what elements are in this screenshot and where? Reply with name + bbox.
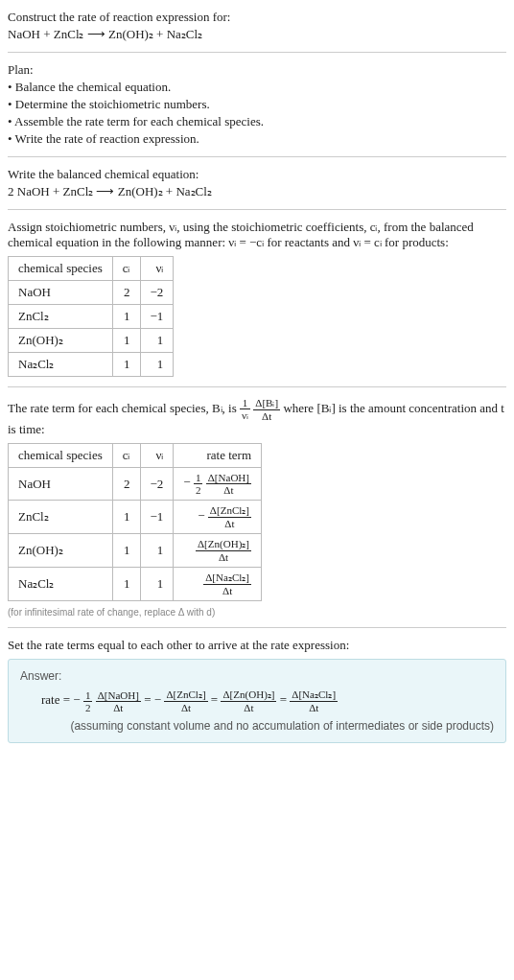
cell-c: 2 (112, 468, 140, 501)
col-header: cᵢ (112, 257, 140, 281)
cell-rate: − Δ[ZnCl₂] Δt (174, 501, 262, 534)
cell-species: ZnCl₂ (9, 305, 113, 329)
table-row: ZnCl₂ 1 −1 − Δ[ZnCl₂] Δt (9, 501, 262, 534)
cell-nu: −1 (140, 501, 174, 534)
frac-num: 1 (240, 397, 250, 409)
rateterm-text: The rate term for each chemical species,… (8, 397, 506, 437)
frac-den: 2 (194, 484, 203, 496)
cell-rate: Δ[Zn(OH)₂] Δt (174, 534, 262, 568)
frac-den: Δt (206, 484, 251, 496)
frac-dZnOH2-dt: Δ[Zn(OH)₂]Δt (221, 688, 276, 713)
frac-den: Δt (208, 518, 251, 529)
table-row: Zn(OH)₂ 1 1 Δ[Zn(OH)₂] Δt (9, 534, 262, 568)
assign-text: Assign stoichiometric numbers, νᵢ, using… (8, 220, 506, 250)
rateterm-text-pre: The rate term for each chemical species,… (8, 401, 240, 415)
cell-species: NaOH (9, 281, 113, 305)
frac-one-over-nu: 1 νᵢ (240, 397, 250, 422)
frac-dC-dt: Δ[Na₂Cl₂] Δt (203, 572, 251, 596)
plan-item: • Determine the stoichiometric numbers. (8, 97, 506, 112)
rate-pre: − (183, 475, 194, 489)
rate-pre: − (198, 508, 208, 523)
divider (8, 386, 506, 387)
intro-equation: NaOH + ZnCl₂ ⟶ Zn(OH)₂ + Na₂Cl₂ (8, 27, 506, 42)
frac-dZnCl2-dt: Δ[ZnCl₂]Δt (164, 688, 207, 713)
cell-species: ZnCl₂ (9, 501, 113, 534)
frac-num: 1 (194, 472, 203, 484)
frac-dBi-dt: Δ[Bᵢ] Δt (253, 397, 280, 422)
cell-c: 1 (112, 353, 140, 377)
plan-item: • Write the rate of reaction expression. (8, 131, 506, 147)
plan-heading: Plan: (8, 62, 506, 78)
intro-title: Construct the rate of reaction expressio… (8, 10, 506, 25)
cell-species: Zn(OH)₂ (9, 329, 113, 353)
frac-den: Δt (203, 585, 251, 596)
cell-c: 1 (112, 568, 140, 601)
table-row: NaOH 2 −2 − 1 2 Δ[NaOH] Δt (9, 468, 262, 501)
answer-assumption: (assuming constant volume and no accumul… (20, 719, 494, 733)
cell-c: 1 (112, 305, 140, 329)
cell-nu: 1 (140, 534, 174, 568)
divider (8, 156, 506, 157)
col-header: νᵢ (140, 257, 174, 281)
col-header: νᵢ (140, 444, 174, 468)
frac-num: Δ[NaOH] (206, 472, 251, 484)
cell-species: Na₂Cl₂ (9, 568, 113, 601)
table-row: Na₂Cl₂ 1 1 (9, 353, 174, 377)
cell-rate: − 1 2 Δ[NaOH] Δt (174, 468, 262, 501)
cell-species: Na₂Cl₂ (9, 353, 113, 377)
cell-nu: −1 (140, 305, 174, 329)
frac-num: Δ[ZnCl₂] (208, 504, 251, 518)
balanced-heading: Write the balanced chemical equation: (8, 167, 506, 182)
frac-dC-dt: Δ[NaOH] Δt (206, 472, 251, 496)
divider (8, 627, 506, 628)
cell-c: 1 (112, 534, 140, 568)
divider (8, 52, 506, 53)
frac-num: Δ[Zn(OH)₂] (196, 538, 251, 551)
cell-species: NaOH (9, 468, 113, 501)
table-row: Na₂Cl₂ 1 1 Δ[Na₂Cl₂] Δt (9, 568, 262, 601)
frac-half: 12 (83, 689, 93, 713)
frac-dNaOH-dt: Δ[NaOH]Δt (96, 689, 141, 713)
frac-dC-dt: Δ[Zn(OH)₂] Δt (196, 538, 251, 563)
answer-label: Answer: (20, 669, 494, 683)
frac-den: Δt (196, 551, 251, 563)
cell-c: 1 (112, 329, 140, 353)
cell-nu: −2 (140, 468, 174, 501)
plan-item: • Assemble the rate term for each chemic… (8, 114, 506, 129)
cell-nu: 1 (140, 568, 174, 601)
stoich-table: chemical species cᵢ νᵢ NaOH 2 −2 ZnCl₂ 1… (8, 256, 174, 377)
balanced-equation: 2 NaOH + ZnCl₂ ⟶ Zn(OH)₂ + Na₂Cl₂ (8, 184, 506, 199)
frac-num: Δ[Na₂Cl₂] (203, 572, 251, 585)
table-row: Zn(OH)₂ 1 1 (9, 329, 174, 353)
frac-den: Δt (253, 410, 280, 422)
cell-species: Zn(OH)₂ (9, 534, 113, 568)
answer-expression: rate = − 12 Δ[NaOH]Δt = − Δ[ZnCl₂]Δt = Δ… (41, 688, 494, 713)
infinitesimal-note: (for infinitesimal rate of change, repla… (8, 607, 506, 618)
plan-item: • Balance the chemical equation. (8, 80, 506, 95)
final-heading: Set the rate terms equal to each other t… (8, 638, 506, 653)
divider (8, 209, 506, 210)
col-header: chemical species (9, 257, 113, 281)
col-header: chemical species (9, 444, 113, 468)
col-header: cᵢ (112, 444, 140, 468)
table-row: ZnCl₂ 1 −1 (9, 305, 174, 329)
cell-c: 2 (112, 281, 140, 305)
frac-dNa2Cl2-dt: Δ[Na₂Cl₂]Δt (290, 688, 338, 713)
cell-nu: 1 (140, 353, 174, 377)
frac-num: Δ[Bᵢ] (253, 397, 280, 410)
answer-box: Answer: rate = − 12 Δ[NaOH]Δt = − Δ[ZnCl… (8, 659, 506, 743)
rateterm-table: chemical species cᵢ νᵢ rate term NaOH 2 … (8, 443, 262, 601)
frac-half: 1 2 (194, 472, 203, 496)
frac-den: νᵢ (240, 409, 250, 422)
table-header-row: chemical species cᵢ νᵢ (9, 257, 174, 281)
col-header: rate term (174, 444, 262, 468)
cell-nu: −2 (140, 281, 174, 305)
table-row: NaOH 2 −2 (9, 281, 174, 305)
cell-c: 1 (112, 501, 140, 534)
cell-nu: 1 (140, 329, 174, 353)
cell-rate: Δ[Na₂Cl₂] Δt (174, 568, 262, 601)
table-header-row: chemical species cᵢ νᵢ rate term (9, 444, 262, 468)
frac-dC-dt: Δ[ZnCl₂] Δt (208, 504, 251, 529)
